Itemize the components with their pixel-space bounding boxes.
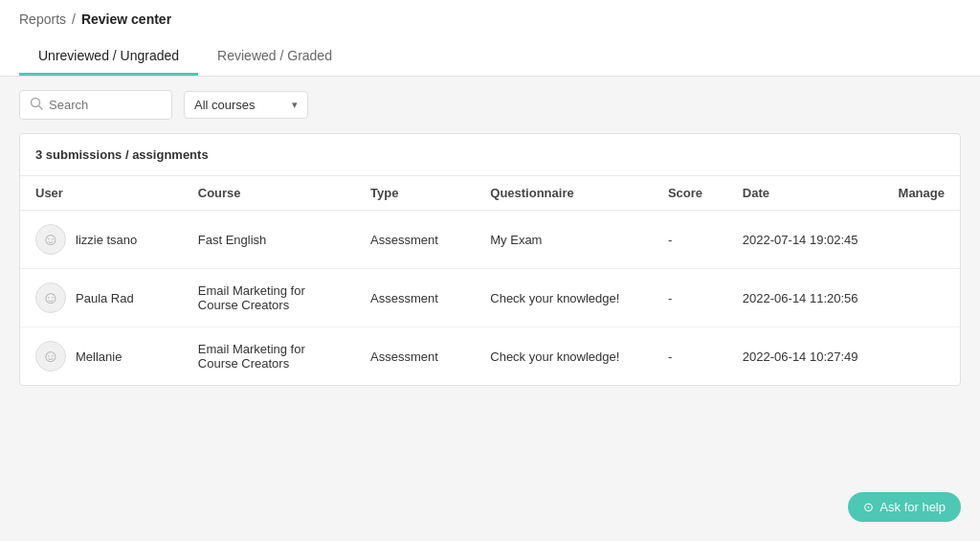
avatar-2: ☺ <box>35 341 66 372</box>
cell-questionnaire-2: Check your knowledge! <box>475 327 653 386</box>
cell-course-0: Fast English <box>183 211 355 269</box>
help-icon: ⊙ <box>863 500 874 514</box>
col-header-date: Date <box>727 176 883 211</box>
user-name-2: Mellanie <box>76 349 122 364</box>
tabs: Unreviewed / Ungraded Reviewed / Graded <box>19 40 961 76</box>
cell-user-0: ☺ lizzie tsano <box>20 211 183 269</box>
cell-date-0: 2022-07-14 19:02:45 <box>727 211 883 269</box>
courses-dropdown[interactable]: All courses ▾ <box>184 91 308 119</box>
cell-course-1: Email Marketing for Course Creators <box>183 269 355 327</box>
user-name-0: lizzie tsano <box>76 233 137 247</box>
col-header-user: User <box>20 176 183 211</box>
cell-manage-0 <box>883 211 960 269</box>
submissions-table: User Course Type Questionnaire Score Dat… <box>20 176 960 385</box>
search-icon <box>30 97 43 113</box>
cell-date-2: 2022-06-14 10:27:49 <box>727 327 883 386</box>
col-header-questionnaire: Questionnaire <box>475 176 653 211</box>
avatar-1: ☺ <box>35 282 66 313</box>
cell-questionnaire-1: Check your knowledge! <box>475 269 653 327</box>
toolbar: All courses ▾ <box>0 77 980 133</box>
cell-manage-2 <box>883 327 960 386</box>
table-row: ☺ lizzie tsano Fast English Assessment M… <box>20 211 960 269</box>
cell-date-1: 2022-06-14 11:20:56 <box>727 269 883 327</box>
col-header-manage: Manage <box>883 176 960 211</box>
breadcrumb: Reports / Review center <box>19 11 961 36</box>
col-header-course: Course <box>183 176 355 211</box>
dropdown-label: All courses <box>194 98 256 112</box>
cell-score-2: - <box>653 327 727 386</box>
cell-questionnaire-0: My Exam <box>475 211 653 269</box>
avatar-0: ☺ <box>35 224 66 255</box>
main-content: 3 submissions / assignments User Course … <box>19 133 961 386</box>
cell-user-1: ☺ Paula Rad <box>20 269 183 327</box>
tab-unreviewed[interactable]: Unreviewed / Ungraded <box>19 40 198 76</box>
breadcrumb-separator: / <box>72 11 76 27</box>
table-row: ☺ Mellanie Email Marketing for Course Cr… <box>20 327 960 386</box>
cell-score-0: - <box>653 211 727 269</box>
svg-line-1 <box>39 106 43 110</box>
ask-help-label: Ask for help <box>880 500 946 514</box>
breadcrumb-current: Review center <box>81 11 171 27</box>
submissions-header: 3 submissions / assignments <box>20 134 960 176</box>
search-input[interactable] <box>49 98 162 112</box>
search-box <box>19 90 172 120</box>
col-header-score: Score <box>653 176 727 211</box>
cell-type-2: Assessment <box>355 327 475 386</box>
table-row: ☺ Paula Rad Email Marketing for Course C… <box>20 269 960 327</box>
col-header-type: Type <box>355 176 475 211</box>
cell-user-2: ☺ Mellanie <box>20 327 183 386</box>
cell-type-1: Assessment <box>355 269 475 327</box>
cell-type-0: Assessment <box>355 211 475 269</box>
cell-manage-1 <box>883 269 960 327</box>
table-header-row: User Course Type Questionnaire Score Dat… <box>20 176 960 211</box>
chevron-down-icon: ▾ <box>292 99 298 111</box>
breadcrumb-reports[interactable]: Reports <box>19 11 66 27</box>
tab-reviewed[interactable]: Reviewed / Graded <box>198 40 351 76</box>
user-name-1: Paula Rad <box>76 291 134 305</box>
cell-score-1: - <box>653 269 727 327</box>
cell-course-2: Email Marketing for Course Creators <box>183 327 355 386</box>
ask-help-button[interactable]: ⊙ Ask for help <box>848 492 961 522</box>
